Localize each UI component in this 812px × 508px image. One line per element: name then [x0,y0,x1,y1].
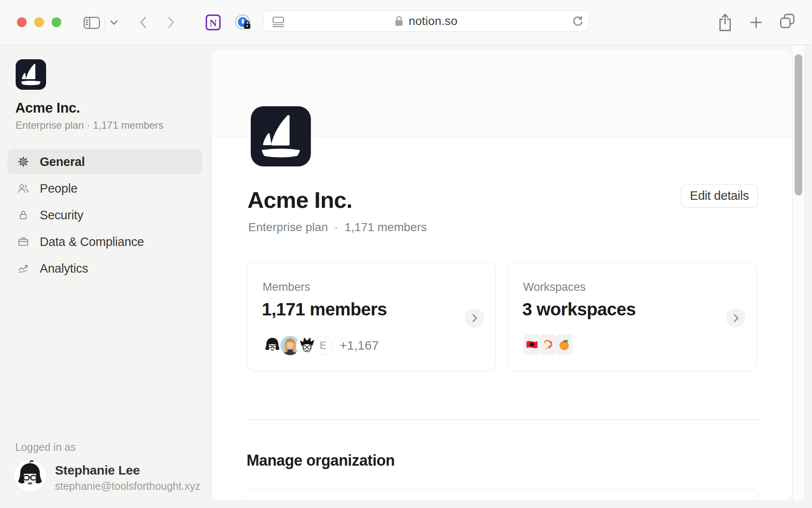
workspaces-card-label: Workspaces [523,281,586,294]
page-title: Acme Inc. [247,187,352,213]
svg-text:N: N [209,17,217,28]
window-zoom-button[interactable] [52,17,61,27]
back-button-icon[interactable] [140,17,147,28]
sidebar-item-label: People [40,182,77,196]
forward-button-icon[interactable] [167,17,175,28]
new-tab-icon[interactable] [750,16,763,29]
sidebar-item-general[interactable]: General [8,149,202,174]
chart-trend-icon [17,262,30,275]
member-avatar-cartoon-spiky [297,336,317,355]
manage-organization-card[interactable] [246,489,759,500]
people-icon [17,182,30,195]
manage-organization-heading: Manage organization [247,452,395,469]
member-overflow-count: +1,167 [340,338,379,353]
address-bar[interactable]: notion.so [263,10,589,32]
workspace-icon-shrimp [540,334,557,355]
scrollbar-track[interactable] [792,45,805,501]
gear-icon [17,155,30,168]
member-count-label: 1,171 members [345,221,427,234]
members-card-label: Members [263,281,310,294]
settings-sidebar: Acme Inc. Enterprise plan · 1,171 member… [0,45,212,508]
sidebar-item-people[interactable]: People [8,176,202,201]
sidebar-item-label: General [40,155,85,169]
share-icon[interactable] [717,13,733,32]
member-avatar-cartoon-woman [263,336,282,355]
toolbar-divider [105,14,105,30]
1password-extension-icon[interactable] [234,14,252,32]
page-settings-icon[interactable] [272,16,285,27]
sidebar-nav: General People Security [8,149,202,282]
url-text: notion.so [409,14,457,28]
browser-toolbar: N notion.so [0,0,812,45]
current-user-row[interactable]: Stephanie Lee stephanie@toolsforthought.… [14,460,208,494]
lock-icon [395,15,403,27]
window-minimize-button[interactable] [34,17,44,27]
members-card-value: 1,171 members [262,299,387,320]
workspaces-card-value: 3 workspaces [522,299,636,320]
sidebar-item-security[interactable]: Security [8,202,202,228]
logged-in-as-label: Logged in as [15,441,76,453]
scrollbar-thumb[interactable] [795,54,802,196]
org-logo-large [251,106,311,166]
plan-label: Enterprise plan [248,221,328,234]
sidebar-item-label: Analytics [40,262,88,276]
window-close-button[interactable] [17,17,27,27]
lock-icon [17,209,30,221]
members-chevron-button[interactable] [465,308,484,328]
page-subtitle: Enterprise plan · 1,171 members [248,221,427,234]
reload-icon[interactable] [572,16,583,27]
notion-extension-icon[interactable]: N [205,14,222,31]
section-divider [246,419,760,420]
workspace-icon-flag-albania [524,334,540,355]
org-logo-sailboat [16,59,46,90]
sidebar-item-label: Data & Compliance [40,235,144,249]
general-settings-page: Acme Inc. Edit details Enterprise plan ·… [212,50,792,500]
user-email: stephanie@toolsforthought.xyz [55,480,200,492]
org-name: Acme Inc. [15,100,80,116]
tab-overview-icon[interactable] [779,13,795,29]
user-name: Stephanie Lee [55,463,140,478]
subtitle-separator: · [334,221,338,234]
chevron-down-icon[interactable] [110,20,118,25]
workspaces-chevron-button[interactable] [726,308,746,328]
edit-details-button[interactable]: Edit details [681,184,758,207]
briefcase-icon [17,235,30,248]
members-card[interactable]: Members 1,171 members [247,262,496,371]
org-plan-meta: Enterprise plan · 1,171 members [16,119,164,131]
workspaces-card[interactable]: Workspaces 3 workspaces [508,262,757,371]
sidebar-item-analytics[interactable]: Analytics [8,256,202,281]
user-avatar [14,460,46,492]
sidebar-item-data-compliance[interactable]: Data & Compliance [8,229,202,254]
sidebar-toggle-icon[interactable] [83,16,101,30]
sidebar-item-label: Security [40,208,83,222]
workspace-icon-tangerine [556,334,573,355]
